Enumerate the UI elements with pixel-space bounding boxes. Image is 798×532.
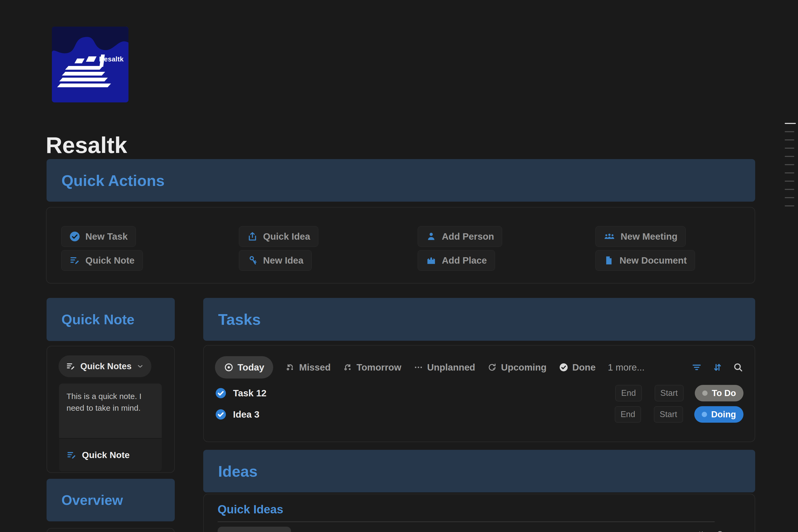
quick-actions-card: New Task Quick Idea Add Person New Meeti… <box>46 207 755 284</box>
new-document-button[interactable]: New Document <box>595 250 695 271</box>
page-outline-indicator <box>785 123 796 214</box>
tasks-title: Tasks <box>218 310 261 328</box>
outline-item[interactable] <box>785 156 794 157</box>
tab-today[interactable]: Today <box>215 356 273 379</box>
status-badge[interactable]: Doing <box>694 406 743 423</box>
quick-note-text-area[interactable]: This is a quick note. I need to take in … <box>59 384 162 438</box>
tab-done-label: Done <box>572 362 596 373</box>
add-place-label: Add Place <box>442 255 487 266</box>
person-icon <box>426 231 437 242</box>
outline-item[interactable] <box>785 189 794 190</box>
task-title[interactable]: Idea 3 <box>233 409 259 420</box>
page-title: Resaltk <box>46 132 127 158</box>
quick-idea-tab-partial[interactable]: Quick Idea <box>217 527 291 532</box>
quick-notes-dropdown-label: Quick Notes <box>80 361 132 371</box>
note-pencil-icon <box>66 450 77 460</box>
end-button[interactable]: End <box>615 385 642 401</box>
ideas-title: Ideas <box>218 462 258 480</box>
status-dot <box>702 391 707 396</box>
new-idea-label: New Idea <box>263 255 304 266</box>
tab-today-label: Today <box>238 362 264 373</box>
quick-note-card: Quick Notes This is a quick note. I need… <box>46 346 175 473</box>
target-icon <box>224 363 233 372</box>
tab-missed[interactable]: Missed <box>285 362 331 373</box>
quick-notes-dropdown[interactable]: Quick Notes <box>58 355 151 377</box>
arrow-hook-left-icon <box>285 363 295 372</box>
quick-note-button[interactable]: Quick Note <box>61 250 143 271</box>
outline-item[interactable] <box>785 205 794 206</box>
tab-done[interactable]: Done <box>559 362 596 373</box>
filter-icon[interactable] <box>677 530 686 532</box>
building-icon <box>426 255 437 266</box>
new-idea-button[interactable]: New Idea <box>239 250 312 271</box>
start-button[interactable]: Start <box>654 385 684 401</box>
quick-note-label: Quick Note <box>86 255 135 266</box>
filter-icon[interactable] <box>691 362 702 373</box>
outline-item[interactable] <box>785 164 794 165</box>
overview-banner: Overview <box>46 479 175 521</box>
quick-ideas-divider <box>217 521 715 522</box>
ideas-banner: Ideas <box>203 450 755 492</box>
tasks-tab-bar: Today Missed Tomorrow Unplanned <box>215 356 743 379</box>
sort-icon[interactable] <box>712 362 723 373</box>
refresh-clock-icon <box>487 363 497 372</box>
tasks-list: Task 12 End Start To Do Idea 3 End <box>215 383 743 424</box>
outline-item[interactable] <box>785 131 794 132</box>
logo-wordmark: Resaltk <box>99 55 124 63</box>
quick-note-submit-button[interactable]: Quick Note <box>59 438 162 471</box>
tab-unplanned[interactable]: Unplanned <box>414 362 475 373</box>
quick-note-submit-label: Quick Note <box>82 450 130 460</box>
task-title[interactable]: Task 12 <box>233 388 267 398</box>
tasks-card: Today Missed Tomorrow Unplanned <box>203 345 755 442</box>
status-badge[interactable]: To Do <box>695 385 743 401</box>
overview-card-partial <box>46 528 175 532</box>
tab-upcoming[interactable]: Upcoming <box>487 362 546 373</box>
status-label: Doing <box>711 410 736 419</box>
workspace-logo[interactable]: Resaltk <box>52 26 129 102</box>
search-icon[interactable] <box>733 362 743 373</box>
task-checkbox-icon[interactable] <box>215 387 227 399</box>
tasks-banner: Tasks <box>203 298 755 341</box>
quick-actions-title: Quick Actions <box>61 172 165 189</box>
status-dot <box>702 412 707 417</box>
ideas-toolbar-partial <box>677 530 725 532</box>
end-button[interactable]: End <box>615 406 641 423</box>
people-group-icon <box>604 231 615 242</box>
outline-item[interactable] <box>785 123 796 124</box>
quick-ideas-heading: Quick Ideas <box>217 503 283 516</box>
ideas-card: Quick Ideas Quick Idea <box>203 494 755 532</box>
ellipsis-icon <box>414 363 423 372</box>
tabs-more-link[interactable]: 1 more... <box>608 362 645 373</box>
outline-item[interactable] <box>785 139 794 140</box>
tab-missed-label: Missed <box>299 362 331 373</box>
start-button[interactable]: Start <box>654 406 683 423</box>
quick-note-title: Quick Note <box>61 311 135 327</box>
note-pencil-icon <box>70 255 80 266</box>
outline-item[interactable] <box>785 148 794 149</box>
overview-title: Overview <box>61 492 123 508</box>
new-document-label: New Document <box>620 255 687 266</box>
outline-item[interactable] <box>785 180 794 182</box>
task-row: Idea 3 End Start Doing <box>215 404 743 424</box>
tasks-toolbar <box>691 362 743 373</box>
add-person-button[interactable]: Add Person <box>418 226 502 247</box>
sort-icon[interactable] <box>696 530 706 532</box>
quick-actions-banner: Quick Actions <box>46 159 755 202</box>
arrow-hook-right-icon <box>343 363 353 372</box>
tab-unplanned-label: Unplanned <box>427 362 475 373</box>
new-meeting-button[interactable]: New Meeting <box>595 226 686 247</box>
task-row: Task 12 End Start To Do <box>215 383 743 403</box>
quick-note-text: This is a quick note. I need to take in … <box>66 391 154 414</box>
outline-item[interactable] <box>785 197 794 198</box>
quick-idea-button[interactable]: Quick Idea <box>239 226 318 247</box>
status-label: To Do <box>712 388 736 398</box>
tab-tomorrow[interactable]: Tomorrow <box>343 362 401 373</box>
quick-note-banner: Quick Note <box>46 298 175 341</box>
search-icon[interactable] <box>716 530 725 532</box>
task-checkbox-icon[interactable] <box>215 408 227 420</box>
document-icon <box>604 255 614 266</box>
key-icon <box>247 255 258 266</box>
add-place-button[interactable]: Add Place <box>418 250 495 271</box>
new-task-button[interactable]: New Task <box>61 226 136 247</box>
outline-item[interactable] <box>785 172 794 173</box>
